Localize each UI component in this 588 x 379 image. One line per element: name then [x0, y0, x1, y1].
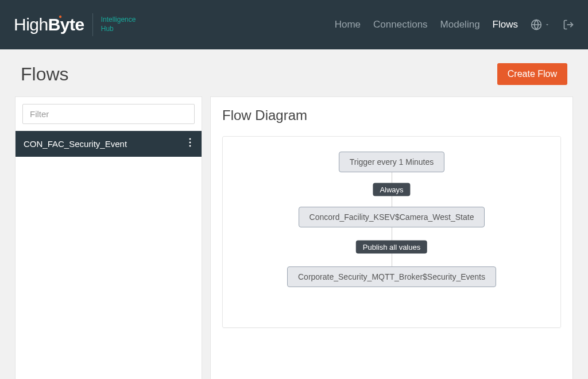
top-nav: Home Connections Modeling Flows: [335, 19, 574, 30]
svg-point-5: [189, 145, 191, 147]
logout-icon: [563, 19, 574, 30]
tagline-line2: Hub: [101, 25, 136, 34]
svg-point-4: [189, 142, 191, 144]
logo-prefix: High: [14, 15, 48, 34]
app-header: HighByte ● Intelligence Hub Home Connect…: [0, 0, 588, 49]
trigger-node[interactable]: Trigger every 1 Minutes: [339, 152, 445, 172]
logo-area: HighByte ● Intelligence Hub: [14, 13, 136, 36]
nav-flows[interactable]: Flows: [493, 19, 518, 30]
source-node[interactable]: Concord_Facility_KSEV$Camera_West_State: [299, 207, 485, 227]
target-node[interactable]: Corporate_Security_MQTT_Broker$Security_…: [287, 266, 496, 287]
logo-tagline: Intelligence Hub: [101, 16, 136, 33]
logo-dot-accent: ●: [59, 13, 62, 20]
language-selector[interactable]: [531, 19, 550, 30]
edge-trigger-to-source: Always: [392, 172, 392, 207]
main-panel: Flow Diagram Trigger every 1 Minutes Alw…: [210, 96, 573, 379]
edge-label-always: Always: [373, 183, 410, 196]
svg-point-3: [189, 138, 191, 140]
page-title: Flows: [21, 64, 69, 85]
create-flow-button[interactable]: Create Flow: [497, 63, 567, 85]
globe-icon: [531, 19, 542, 30]
flow-diagram: Trigger every 1 Minutes Always Concord_F…: [222, 136, 561, 328]
edge-source-to-target: Publish all values: [392, 227, 392, 266]
nav-connections[interactable]: Connections: [373, 19, 428, 30]
flows-sidebar: CON_FAC_Security_Event: [15, 96, 202, 379]
kebab-icon: [189, 138, 191, 147]
tagline-line1: Intelligence: [101, 16, 136, 25]
nav-home[interactable]: Home: [335, 19, 361, 30]
content-area: CON_FAC_Security_Event Flow Diagram Trig…: [0, 96, 588, 379]
filter-wrap: [16, 97, 202, 131]
logo-suffix: Byte: [48, 15, 84, 34]
flow-item-label: CON_FAC_Security_Event: [24, 139, 127, 149]
panel-title: Flow Diagram: [222, 107, 561, 123]
filter-input[interactable]: [22, 104, 195, 124]
logo: HighByte ●: [14, 15, 84, 34]
flow-item-menu-button[interactable]: [187, 138, 194, 150]
edge-label-publish: Publish all values: [356, 241, 427, 254]
page-header: Flows Create Flow: [0, 49, 588, 96]
nav-modeling[interactable]: Modeling: [440, 19, 480, 30]
logout-button[interactable]: [563, 19, 574, 30]
flow-list-item[interactable]: CON_FAC_Security_Event: [16, 131, 202, 157]
chevron-down-icon: [544, 22, 550, 28]
logo-divider: [92, 13, 93, 36]
